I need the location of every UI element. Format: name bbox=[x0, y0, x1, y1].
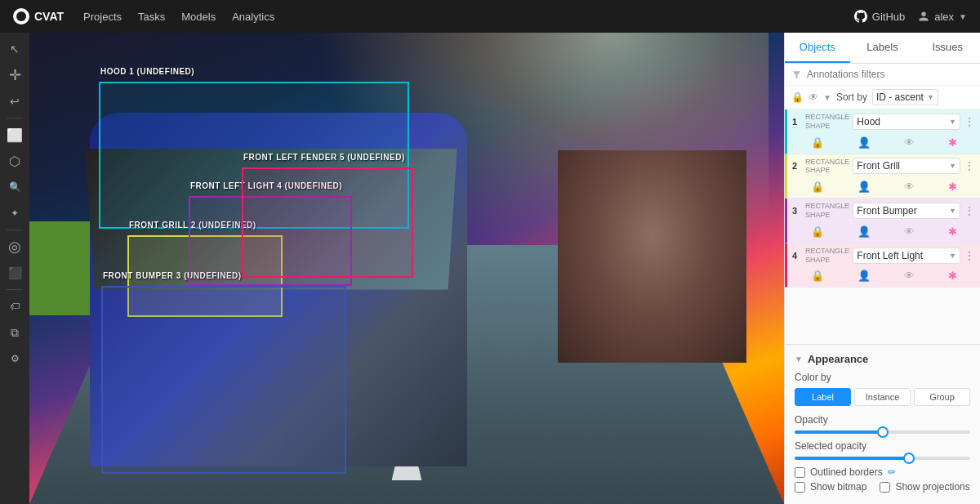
canvas-area[interactable]: HOOD 1 (UNDEFINED) FRONT GRILL 2 (UNDEFI… bbox=[29, 33, 784, 504]
tab-issues[interactable]: Issues bbox=[915, 33, 980, 63]
object-type-3: RECTANGLESHAPE bbox=[805, 202, 849, 220]
object-menu-2[interactable]: ⋮ bbox=[964, 159, 975, 172]
move-tool[interactable]: ✛ bbox=[3, 64, 26, 87]
show-projections-label: Show projections bbox=[895, 481, 969, 493]
person-ctrl-4[interactable]: 👤 bbox=[858, 270, 871, 282]
lock-ctrl-1[interactable]: 🔒 bbox=[811, 136, 824, 149]
object-num-4: 4 bbox=[792, 251, 802, 261]
object-type-1: RECTANGLESHAPE bbox=[805, 113, 849, 131]
label-chevron-1: ▼ bbox=[949, 118, 956, 126]
object-controls-4: 🔒 👤 👁 ✱ bbox=[787, 267, 980, 287]
app-logo[interactable]: CVAT bbox=[13, 8, 64, 25]
divider-2 bbox=[7, 230, 23, 230]
object-item-1: 1 RECTANGLESHAPE Hood ▼ ⋮ 🔒 👤 👁 ✱ bbox=[785, 109, 980, 154]
cursor-tool[interactable]: ↖ bbox=[3, 38, 26, 60]
eye-icon[interactable]: 👁 bbox=[808, 91, 818, 103]
lock-icon[interactable]: 🔒 bbox=[791, 91, 804, 103]
github-link[interactable]: GitHub bbox=[854, 10, 905, 23]
selected-opacity-thumb[interactable] bbox=[903, 453, 915, 464]
left-toolbar: ↖ ✛ ↩ ⬜ ⬡ 🔍 ✦ ◎ ⬛ 🏷 ⧉ ⚙ bbox=[0, 33, 29, 504]
eye-ctrl-4[interactable]: 👁 bbox=[904, 270, 915, 282]
sort-value: ID - ascent bbox=[876, 91, 924, 103]
object-label-3: Front Bumper bbox=[857, 205, 916, 216]
pin-ctrl-3[interactable]: ✱ bbox=[948, 225, 957, 238]
canvas-scene bbox=[29, 33, 784, 504]
logo-text: CVAT bbox=[34, 10, 64, 23]
eye-ctrl-2[interactable]: 👁 bbox=[904, 181, 915, 193]
object-label-select-2[interactable]: Front Grill ▼ bbox=[853, 158, 960, 174]
appearance-label: Appearance bbox=[808, 353, 868, 365]
label-chevron-3: ▼ bbox=[949, 207, 956, 215]
object-label-select-3[interactable]: Front Bumper ▼ bbox=[853, 203, 960, 219]
username-label: alex bbox=[934, 11, 954, 23]
object-menu-4[interactable]: ⋮ bbox=[964, 249, 975, 262]
outlined-borders-row: Outlined borders ✏ bbox=[795, 466, 970, 478]
cuboid-tool[interactable]: ⬛ bbox=[3, 261, 26, 284]
pin-ctrl-2[interactable]: ✱ bbox=[948, 181, 957, 193]
point-tool[interactable]: ◎ bbox=[3, 235, 26, 258]
pin-ctrl-4[interactable]: ✱ bbox=[948, 270, 957, 282]
magic-tool[interactable]: ✦ bbox=[3, 202, 26, 225]
show-bitmap-checkbox[interactable] bbox=[795, 482, 805, 493]
sort-bar: 🔒 👁 ▼ Sort by ID - ascent ▼ bbox=[785, 86, 980, 109]
layers-tool[interactable]: ⧉ bbox=[3, 321, 26, 344]
eye-ctrl-3[interactable]: 👁 bbox=[904, 225, 915, 238]
eye-ctrl-1[interactable]: 👁 bbox=[904, 136, 915, 149]
color-by-instance-btn[interactable]: Instance bbox=[854, 388, 911, 406]
nav-tasks[interactable]: Tasks bbox=[138, 11, 165, 23]
topnav: CVAT Projects Tasks Models Analytics Git… bbox=[0, 0, 980, 33]
nav-models[interactable]: Models bbox=[181, 11, 216, 23]
rectangle-tool[interactable]: ⬜ bbox=[3, 123, 26, 146]
object-menu-3[interactable]: ⋮ bbox=[964, 204, 975, 217]
pencil-icon[interactable]: ✏ bbox=[888, 466, 896, 478]
github-icon bbox=[854, 10, 867, 23]
appearance-title: ▼ Appearance bbox=[795, 353, 970, 365]
object-label-select-1[interactable]: Hood ▼ bbox=[853, 114, 960, 130]
collapse-icon[interactable]: ▼ bbox=[795, 355, 803, 364]
object-header-1: 1 RECTANGLESHAPE Hood ▼ ⋮ bbox=[787, 109, 980, 134]
person-ctrl-2[interactable]: 👤 bbox=[858, 181, 871, 193]
opacity-track[interactable] bbox=[795, 430, 970, 434]
object-menu-1[interactable]: ⋮ bbox=[964, 115, 975, 128]
nav-analytics[interactable]: Analytics bbox=[232, 11, 274, 23]
selected-opacity-track[interactable] bbox=[795, 457, 970, 460]
object-controls-3: 🔒 👤 👁 ✱ bbox=[787, 223, 980, 243]
object-label-4: Front Left Light bbox=[857, 250, 923, 261]
person-ctrl-3[interactable]: 👤 bbox=[858, 225, 871, 238]
tab-labels[interactable]: Labels bbox=[850, 33, 915, 63]
search-tool[interactable]: 🔍 bbox=[3, 176, 26, 198]
person-ctrl-1[interactable]: 👤 bbox=[858, 136, 871, 149]
settings-tool[interactable]: ⚙ bbox=[3, 347, 26, 370]
polygon-tool[interactable]: ⬡ bbox=[3, 149, 26, 172]
pin-ctrl-1[interactable]: ✱ bbox=[948, 136, 957, 149]
opacity-label: Opacity bbox=[795, 414, 970, 426]
object-item-4: 4 RECTANGLESHAPE Front Left Light ▼ ⋮ 🔒 … bbox=[785, 243, 980, 288]
logo-icon bbox=[13, 8, 29, 25]
color-by-group-btn[interactable]: Group bbox=[914, 388, 970, 406]
object-label-select-4[interactable]: Front Left Light ▼ bbox=[853, 248, 960, 264]
undo-tool[interactable]: ↩ bbox=[3, 90, 26, 113]
chevron-down-icon[interactable]: ▼ bbox=[823, 93, 831, 102]
color-by-label-btn[interactable]: Label bbox=[795, 388, 851, 406]
lock-ctrl-3[interactable]: 🔒 bbox=[811, 225, 824, 238]
opacity-section: Opacity bbox=[795, 414, 970, 434]
selected-opacity-section: Selected opacity bbox=[795, 440, 970, 460]
lock-ctrl-4[interactable]: 🔒 bbox=[811, 270, 824, 282]
object-controls-2: 🔒 👤 👁 ✱ bbox=[787, 178, 980, 198]
object-label-2: Front Grill bbox=[857, 160, 900, 172]
color-by-label: Color by bbox=[795, 372, 970, 383]
object-header-2: 2 RECTANGLESHAPE Front Grill ▼ ⋮ bbox=[787, 154, 980, 179]
opacity-thumb[interactable] bbox=[877, 426, 889, 438]
filter-input[interactable] bbox=[807, 69, 973, 80]
color-by-buttons: Label Instance Group bbox=[795, 388, 970, 406]
tab-objects[interactable]: Objects bbox=[785, 33, 850, 63]
nav-projects[interactable]: Projects bbox=[83, 11, 122, 23]
lock-ctrl-2[interactable]: 🔒 bbox=[811, 181, 824, 193]
show-bitmap-row: Show bitmap bbox=[795, 481, 866, 493]
show-projections-checkbox[interactable] bbox=[880, 482, 890, 493]
outlined-borders-checkbox[interactable] bbox=[795, 467, 805, 478]
object-item-2: 2 RECTANGLESHAPE Front Grill ▼ ⋮ 🔒 👤 👁 ✱ bbox=[785, 154, 980, 199]
user-menu[interactable]: alex ▼ bbox=[918, 11, 967, 23]
sort-select[interactable]: ID - ascent ▼ bbox=[872, 89, 938, 105]
tag-tool[interactable]: 🏷 bbox=[3, 295, 26, 318]
